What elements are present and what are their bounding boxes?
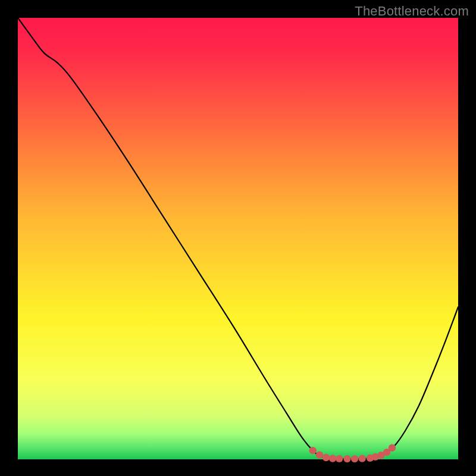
optimal-marker bbox=[309, 447, 317, 454]
optimal-marker bbox=[343, 455, 350, 462]
bottleneck-chart bbox=[0, 0, 476, 476]
optimal-marker bbox=[351, 455, 358, 462]
optimal-marker bbox=[329, 455, 336, 462]
plot-background bbox=[18, 18, 458, 459]
optimal-marker bbox=[358, 455, 365, 462]
optimal-marker bbox=[336, 455, 343, 462]
optimal-marker bbox=[389, 444, 396, 452]
optimal-marker bbox=[322, 454, 330, 461]
chart-container: TheBottleneck.com bbox=[0, 0, 476, 476]
optimal-marker bbox=[316, 451, 323, 458]
watermark-text: TheBottleneck.com bbox=[355, 4, 469, 19]
